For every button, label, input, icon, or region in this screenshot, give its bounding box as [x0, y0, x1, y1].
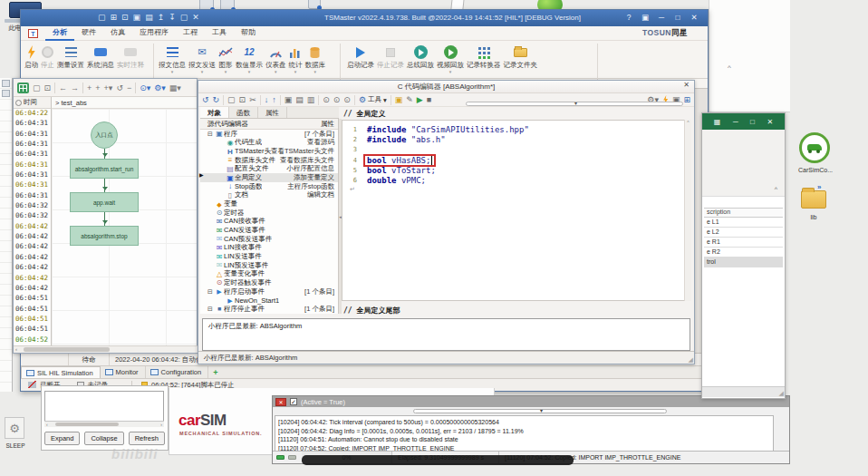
new-panel-icon[interactable]: ▢ [180, 13, 188, 23]
menu-tab[interactable]: 工具 [205, 25, 234, 41]
remove-icon[interactable]: − [127, 83, 131, 92]
timestamp-row[interactable]: 06:04:51 [14, 315, 51, 325]
search-icon[interactable]: ⊙ [323, 95, 330, 104]
editor-title-bar[interactable]: C 代码编辑器 [ABSAlgorithm*] [198, 81, 694, 93]
timestamp-row[interactable]: 06:04:42 [14, 253, 51, 263]
menu-tab[interactable]: 应用程序 [132, 25, 176, 41]
panel-icon[interactable] [2, 90, 10, 97]
new-window-icon[interactable]: ⊞ [111, 13, 118, 23]
run-mode-icon[interactable]: ⊙▾ [140, 83, 150, 92]
back-icon[interactable]: ← [59, 83, 67, 92]
timestamp-row[interactable]: 06:04:42 [14, 274, 51, 284]
timestamp-row[interactable]: 06:04:31 [14, 150, 51, 160]
message-info-button[interactable]: 报文信息 [159, 42, 186, 73]
timestamp-row[interactable]: 06:04:31 [14, 119, 51, 129]
carsim-button[interactable]: Expand [44, 432, 80, 445]
timestamp-row[interactable]: 06:04:51 [14, 305, 51, 315]
save-all-icon[interactable]: ▤ [145, 13, 153, 23]
timestamp-row[interactable]: 06:04:31 [14, 140, 51, 150]
timestamp-row[interactable]: 06:04:32 [14, 201, 51, 211]
desktop-shortcut-icon[interactable] [308, 0, 321, 9]
tree-row[interactable]: 全局定义 添加变量定义 [200, 173, 338, 182]
code-area[interactable]: 1#include "CarSimAPIUtilities.hpp" 2#inc… [342, 120, 690, 301]
export-icon[interactable]: ↧ [169, 13, 176, 23]
title-bar[interactable]: ▢ ⊞ ⊡ ▣ ▤ ↥ ↧ ▢ ✕ TSMaster v2022.4.19.73… [21, 10, 708, 26]
edit-icon[interactable]: ✎ [406, 95, 413, 104]
excel-table-row[interactable]: e R2 [704, 248, 783, 257]
lib-folder-icon[interactable]: » [801, 190, 826, 209]
pin-button[interactable]: ▣ [641, 13, 650, 22]
timestamp-row[interactable]: 06:04:31 [14, 170, 51, 180]
start-button[interactable]: 启动 [24, 42, 38, 70]
code-line[interactable]: 5bool vToStart; [342, 165, 689, 175]
export-icon[interactable]: ⊞ [683, 95, 690, 104]
tree-row[interactable]: LIN发送事件 [200, 252, 338, 261]
tree-row[interactable]: CAN发送事件 [200, 226, 338, 235]
numeric-display-button[interactable]: 12数值显示 [236, 42, 263, 73]
maximize-button[interactable]: □ [673, 13, 682, 22]
tab-objects[interactable]: 对象 [200, 107, 229, 118]
tree-row[interactable]: ⊟ 程序启动事件 [1 个条目] [200, 287, 338, 296]
save-icon[interactable]: ▤ [295, 95, 304, 104]
breadcrumb[interactable]: > test_abs [52, 97, 197, 109]
find-next-icon[interactable]: ⊙ [333, 95, 341, 104]
console-log[interactable]: [10204] 06:04:42: Tick interval (compare… [275, 415, 774, 452]
carsim-h-scrollbar[interactable]: ‹› [44, 421, 164, 427]
help-button[interactable]: ? [624, 13, 633, 22]
tab-properties[interactable]: 属性 [258, 107, 287, 118]
excel-table-row[interactable]: trol [704, 257, 783, 267]
tree-row[interactable]: NewOn_Start1 [200, 296, 338, 305]
code-line[interactable]: 4bool vHasABS; [342, 155, 689, 165]
timestamp-row[interactable]: 06:04:42 [14, 242, 51, 252]
tree-row[interactable]: 配置头文件 小程序配置信息 [200, 165, 338, 174]
redo-icon[interactable]: ↻ [213, 95, 220, 104]
time-column-header[interactable]: 时间 [14, 97, 52, 109]
menu-tab[interactable]: 工程 [176, 25, 205, 41]
timestamp-row[interactable]: 06:04:31 [14, 130, 51, 140]
console-slider[interactable] [413, 409, 667, 413]
tree-row[interactable]: Stop函数 主程序stop函数 [200, 182, 338, 191]
console-close-icon[interactable]: ✕ [275, 398, 286, 406]
add-icon[interactable]: + [95, 83, 100, 92]
timestamp-list[interactable]: 06:04:2206:04:3106:04:3106:04:3106:04:31… [14, 109, 52, 347]
tree-row[interactable]: ⊟ 程序停止事件 [1 个条目] [200, 305, 338, 314]
tree-row[interactable]: LIN接收事件 [200, 244, 338, 253]
move-up-icon[interactable]: ↑ [272, 95, 276, 104]
open-icon[interactable]: ⊡ [121, 13, 129, 23]
record-converter-button[interactable]: 记录转换器 [467, 42, 501, 70]
tree-row[interactable]: 定时器 [200, 209, 338, 218]
forward-icon[interactable]: → [71, 83, 79, 92]
tree-row[interactable]: 代码生成 查看源码 [200, 139, 338, 148]
dashboard-button[interactable]: 仪表盘 [265, 42, 286, 73]
timestamp-row[interactable]: 06:04:42 [14, 263, 51, 273]
realtime-comment-button[interactable]: 实时注释 [117, 42, 144, 70]
mini-horizontal-scrollbar[interactable]: ‹ [14, 345, 198, 353]
carsim-button[interactable]: Collapse [84, 432, 123, 445]
tab-sil-hil-simulation[interactable]: SIL HIL Simulation [21, 366, 101, 378]
minimize-button[interactable]: ─ [657, 13, 666, 22]
editor-horizontal-scrollbar[interactable] [466, 102, 683, 106]
excel-menu-icon[interactable]: ▦ [714, 118, 721, 126]
timestamp-row[interactable]: 06:04:42 [14, 284, 51, 294]
code-line[interactable]: 6double vPMC; [342, 175, 689, 185]
flow-canvas[interactable]: 入口点 absalgorithm.start_run app.wait absa… [52, 109, 197, 347]
tree-row[interactable]: ⊟ 程序 [7 个条目] [200, 130, 338, 139]
tab-functions[interactable]: 函数 [229, 107, 258, 118]
reset-view-icon[interactable]: ↺ [116, 83, 123, 92]
timestamp-row[interactable]: 06:04:42 [14, 222, 51, 232]
save-icon[interactable]: ▣ [133, 13, 141, 23]
timestamp-row[interactable]: 06:04:52 [14, 335, 51, 345]
flow-step-node[interactable]: app.wait [70, 192, 139, 212]
save-as-icon[interactable]: ▥ [307, 95, 315, 104]
menu-tab[interactable]: 仿真 [103, 25, 132, 41]
excel-maximize-icon[interactable]: □ [750, 118, 755, 126]
timestamp-row[interactable]: 06:04:31 [14, 160, 51, 170]
close-button[interactable]: ✕ [690, 13, 699, 22]
add-dropdown-icon[interactable]: +▾ [104, 83, 113, 92]
grid-icon[interactable] [17, 83, 29, 93]
timestamp-row[interactable]: 06:04:42 [14, 232, 51, 242]
excel-table-row[interactable]: e L1 [704, 218, 783, 228]
excel-collapse-icon[interactable]: ^ [775, 186, 777, 192]
copy-doc-icon[interactable]: ⊡ [44, 83, 52, 92]
new-file-icon[interactable]: ▢ [227, 95, 236, 104]
